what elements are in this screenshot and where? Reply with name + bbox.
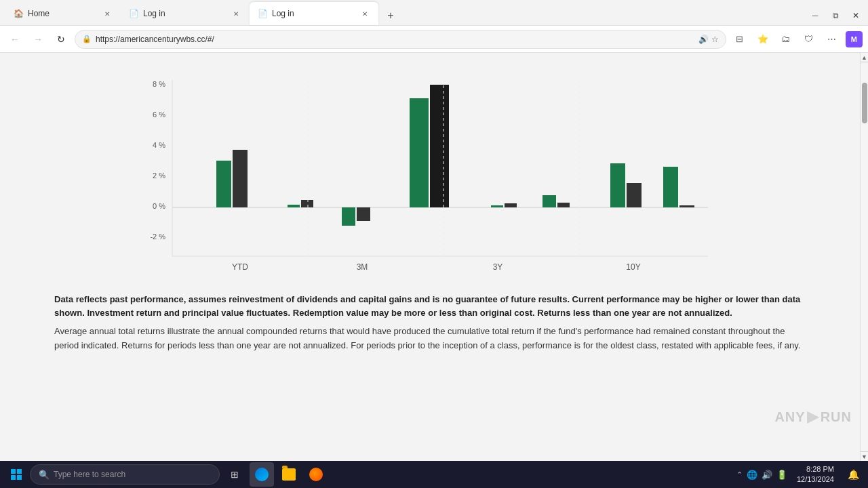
split-screen-button[interactable]: ⊟	[730, 30, 749, 49]
firefox-icon	[309, 468, 323, 481]
settings-button[interactable]: ⋯	[823, 30, 842, 49]
svg-text:2 %: 2 %	[153, 171, 165, 180]
xlabel-3m: 3M	[357, 262, 368, 272]
volume-icon[interactable]: 🔊	[762, 470, 772, 480]
new-tab-button[interactable]: +	[381, 6, 400, 25]
watermark-any: ANY	[774, 409, 805, 425]
scroll-up-button[interactable]: ▲	[861, 53, 868, 62]
svg-text:8 %: 8 %	[153, 80, 165, 88]
tab-home[interactable]: 🏠 Home ✕	[5, 2, 121, 25]
svg-text:0 %: 0 %	[153, 202, 165, 210]
bar-3m-neg-bench	[357, 207, 370, 221]
edge-icon	[255, 468, 269, 481]
bar-3y-bench	[505, 203, 517, 207]
svg-text:4 %: 4 %	[153, 141, 165, 149]
xlabel-3y: 3Y	[493, 262, 503, 272]
bar-ytd-bench	[233, 150, 248, 207]
tab-login2-icon: 📄	[258, 9, 268, 18]
tab-login2-close[interactable]: ✕	[359, 8, 370, 19]
battery-icon[interactable]: 🔋	[776, 470, 787, 480]
bar-5y-fund	[542, 195, 556, 207]
file-explorer-icon	[282, 468, 296, 481]
favorites-icon[interactable]: ☆	[711, 35, 719, 44]
watermark-play-icon: ▶	[807, 408, 819, 426]
read-aloud-icon[interactable]: 🔊	[698, 35, 709, 44]
xlabel-10y: 10Y	[626, 262, 640, 272]
performance-chart: 8 % 6 % 4 % 2 % 0 % -2 %	[54, 66, 806, 277]
address-bar: ← → ↻ 🔒 https://americancenturywbs.cc/#/…	[0, 26, 868, 53]
close-button[interactable]: ✕	[846, 6, 865, 25]
svg-text:-2 %: -2 %	[150, 232, 165, 241]
lock-icon: 🔒	[82, 35, 92, 43]
bar-3m-neg-fund	[342, 207, 355, 226]
refresh-button[interactable]: ↻	[52, 30, 71, 49]
clock-date: 12/13/2024	[797, 474, 834, 485]
disclaimer-section: Data reflects past performance, assumes …	[0, 286, 860, 367]
search-placeholder: Type here to search	[54, 470, 125, 479]
tab-login1-icon: 📄	[129, 9, 139, 18]
restore-button[interactable]: ⧉	[826, 6, 845, 25]
favorites-bar-button[interactable]: ⭐	[753, 30, 772, 49]
forward-button[interactable]: →	[28, 30, 47, 49]
browser-frame: 🏠 Home ✕ 📄 Log in ✕ 📄 Log in ✕ + ─ ⧉ ✕ ←…	[0, 0, 868, 488]
xlabel-ytd: YTD	[232, 262, 248, 272]
bar-5y-bench	[557, 203, 570, 207]
scrollbar: ▲ ▼	[860, 53, 868, 461]
firefox-button[interactable]	[304, 462, 328, 487]
bar-10y-bench	[627, 183, 642, 207]
clock-time: 8:28 PM	[797, 464, 834, 474]
tab-login2-label: Log in	[272, 9, 355, 18]
tab-login1-label: Log in	[143, 9, 226, 18]
bar-3y-fund	[491, 205, 503, 207]
bar-ytd-fund	[216, 161, 231, 207]
scroll-track	[861, 62, 868, 451]
task-view-button[interactable]: ⊞	[222, 462, 247, 487]
search-icon: 🔍	[39, 470, 50, 480]
bar-1y-fund	[410, 98, 429, 207]
browser-essentials-button[interactable]: 🛡	[800, 30, 818, 49]
taskbar: 🔍 Type here to search ⊞ ⌃ 🌐 🔊	[0, 461, 868, 488]
edge-taskbar-button[interactable]	[250, 462, 274, 487]
file-explorer-button[interactable]	[277, 462, 301, 487]
scroll-down-button[interactable]: ▼	[861, 451, 868, 461]
system-tray: ⌃ 🌐 🔊 🔋 8:28 PM 12/13/2024 🔔	[736, 464, 863, 485]
chart-container: 8 % 6 % 4 % 2 % 0 % -2 %	[0, 53, 860, 286]
system-clock[interactable]: 8:28 PM 12/13/2024	[791, 464, 840, 485]
url-text: https://americancenturywbs.cc/#/	[96, 35, 694, 44]
back-button[interactable]: ←	[5, 30, 24, 49]
main-content: 8 % 6 % 4 % 2 % 0 % -2 %	[0, 53, 860, 461]
bar-10y-fund	[610, 163, 625, 207]
bar-3m-bench	[301, 200, 313, 207]
tab-home-close[interactable]: ✕	[102, 8, 113, 19]
watermark: ANY ▶ RUN	[774, 408, 852, 426]
chevron-up-icon[interactable]: ⌃	[736, 470, 743, 479]
bar-si-fund	[663, 167, 678, 207]
task-view-icon: ⊞	[231, 469, 239, 480]
disclaimer-bold: Data reflects past performance, assumes …	[54, 293, 806, 319]
svg-text:6 %: 6 %	[153, 110, 165, 119]
minimize-button[interactable]: ─	[806, 6, 825, 25]
scroll-thumb[interactable]	[862, 83, 867, 123]
notification-icon: 🔔	[848, 469, 859, 480]
tab-home-icon: 🏠	[14, 9, 24, 18]
bar-si-bench	[679, 205, 694, 207]
network-icon[interactable]: 🌐	[747, 470, 757, 480]
disclaimer-normal: Average annual total returns illustrate …	[54, 325, 806, 353]
start-button[interactable]	[5, 464, 27, 485]
tab-login-1[interactable]: 📄 Log in ✕	[121, 2, 250, 25]
notification-button[interactable]: 🔔	[844, 465, 863, 484]
bar-1y-bench	[430, 85, 449, 207]
bar-3m-fund	[288, 205, 300, 207]
collections-button[interactable]: 🗂	[776, 30, 795, 49]
url-bar[interactable]: 🔒 https://americancenturywbs.cc/#/ 🔊 ☆	[75, 30, 726, 49]
tab-login-2[interactable]: 📄 Log in ✕	[250, 2, 378, 25]
tab-home-label: Home	[28, 9, 98, 18]
copilot-button[interactable]: M	[846, 31, 863, 47]
taskbar-search[interactable]: 🔍 Type here to search	[30, 464, 220, 485]
windows-logo-icon	[11, 469, 22, 480]
tab-login1-close[interactable]: ✕	[231, 8, 241, 19]
watermark-run: RUN	[821, 409, 852, 425]
